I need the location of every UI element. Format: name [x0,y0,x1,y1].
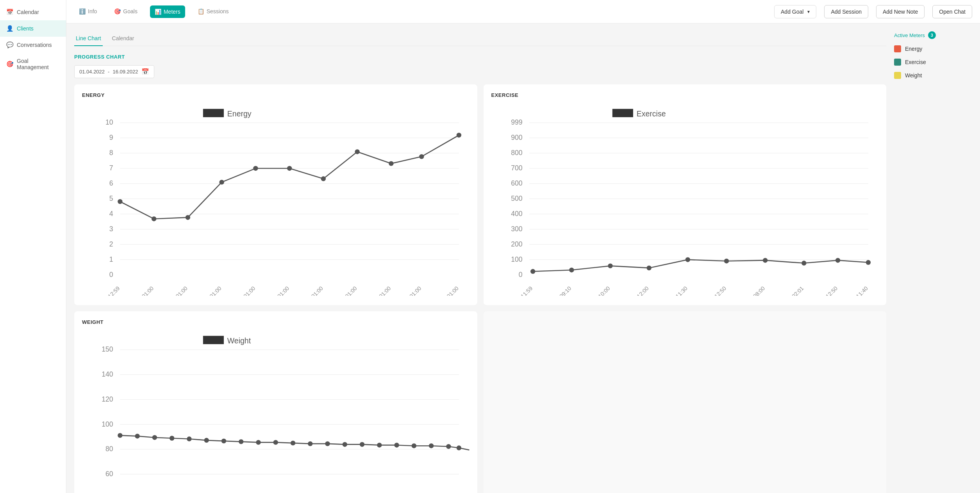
svg-text:400: 400 [511,210,523,218]
svg-text:10.05.2022 01:00: 10.05.2022 01:00 [154,285,189,296]
tab-info-label: Info [88,8,97,14]
weight-point [446,444,451,449]
weight-point [152,435,157,440]
weight-color-swatch [894,72,901,79]
tab-sessions-label: Sessions [207,8,229,14]
date-from: 01.04.2022 [79,69,105,75]
tab-goals-label: Goals [123,8,137,14]
weight-point [239,439,243,444]
exercise-chart-title: EXERCISE [491,92,879,98]
svg-text:999: 999 [511,118,523,126]
svg-text:07.05.2022 01:00: 07.05.2022 01:00 [120,285,155,296]
charts-grid: ENERGY Energy [74,84,886,493]
tab-sessions[interactable]: 📋 Sessions [193,0,234,23]
exercise-point [569,268,574,272]
exercise-point [685,257,690,262]
exercise-point [762,258,767,263]
weight-point [429,443,434,448]
svg-text:17.05.2022 12:50: 17.05.2022 12:50 [692,285,727,296]
weight-point [412,443,416,448]
sidebar-item-calendar[interactable]: 📅 Calendar [0,4,66,20]
weight-point [204,438,209,443]
svg-text:500: 500 [511,195,523,202]
add-new-note-button[interactable]: Add New Note [876,5,925,18]
energy-point [253,166,258,171]
tab-meters[interactable]: 📊 Meters [150,5,185,18]
sidebar-item-conversations[interactable]: 💬 Conversations [0,37,66,53]
clients-icon: 👤 [6,25,14,32]
energy-line [120,135,459,219]
svg-text:20.05.2022 08:00: 20.05.2022 08:00 [731,285,766,296]
open-chat-label: Open Chat [939,9,966,15]
svg-text:800: 800 [511,149,523,157]
weight-legend-box [203,336,224,344]
weight-point [291,441,295,445]
weight-chart-title: WEIGHT [82,319,469,325]
tab-goals[interactable]: 🎯 Goals [109,0,142,23]
exercise-legend-box [612,109,633,117]
add-session-label: Add Session [831,9,862,15]
energy-point [457,133,461,138]
exercise-point [608,263,612,268]
calendar-icon: 📅 [6,9,14,16]
empty-chart-card [484,311,887,493]
weight-point [457,445,461,450]
add-goal-button[interactable]: Add Goal [774,5,816,18]
meter-label-weight: Weight [905,72,922,79]
meter-item-energy: Energy [894,45,972,52]
svg-text:900: 900 [511,134,523,141]
svg-text:18.05.2022 01:00: 18.05.2022 01:00 [221,285,256,296]
weight-point [170,436,174,440]
svg-text:6: 6 [109,179,113,187]
tab-info[interactable]: ℹ️ Info [74,0,102,23]
weight-point [118,433,122,438]
svg-text:28.05.2022 01:00: 28.05.2022 01:00 [357,285,392,296]
weight-point [343,442,347,447]
sessions-icon: 📋 [198,8,204,14]
exercise-chart-container: Exercise [491,102,879,297]
svg-text:0: 0 [518,271,522,279]
weight-point [256,440,261,445]
meter-label-exercise: Exercise [905,59,926,65]
sub-tabs: Line Chart Calendar [74,31,886,46]
exercise-point [866,260,870,265]
sidebar-item-label: Calendar [17,9,39,15]
date-range-picker[interactable]: 01.04.2022 - 16.09.2022 📅 [74,65,154,78]
weight-point [221,438,226,443]
svg-text:150: 150 [102,345,113,353]
exercise-point [724,259,728,263]
sidebar-item-label: Clients [17,25,34,32]
sidebar-item-label: Conversations [17,42,52,48]
meter-label-energy: Energy [905,46,922,52]
active-meters-panel: Active Meters 3 Energy Exercise Weight [894,31,972,485]
weight-point [273,440,278,445]
exercise-color-swatch [894,59,901,66]
date-to: 16.09.2022 [112,69,138,75]
energy-chart-card: ENERGY Energy [74,84,477,305]
sidebar-item-goal-management[interactable]: 🎯 Goal Management [0,53,66,75]
top-navigation: ℹ️ Info 🎯 Goals 📊 Meters 📋 Sessions Add … [66,0,980,23]
svg-text:20.05.2022 01:00: 20.05.2022 01:00 [255,285,290,296]
weight-point [308,441,312,446]
info-icon: ℹ️ [79,8,86,14]
sidebar-item-clients[interactable]: 👤 Clients [0,20,66,37]
svg-text:140: 140 [102,370,113,378]
add-session-button[interactable]: Add Session [824,5,868,18]
svg-text:10: 10 [105,118,113,126]
meter-item-weight: Weight [894,72,972,79]
svg-text:600: 600 [511,179,523,187]
energy-legend-box [203,109,224,117]
svg-text:9: 9 [109,134,113,141]
sub-tab-line-chart[interactable]: Line Chart [74,31,103,46]
sub-tab-calendar[interactable]: Calendar [111,31,136,46]
energy-chart-container: Energy [82,102,469,297]
open-chat-button[interactable]: Open Chat [932,5,972,18]
svg-text:23.05.2022 01:00: 23.05.2022 01:00 [289,285,324,296]
svg-text:7: 7 [109,164,113,172]
exercise-point [530,269,535,274]
main-panel: Line Chart Calendar PROGRESS CHART 01.04… [74,31,886,485]
svg-text:05.05.2022 12:59: 05.05.2022 12:59 [86,285,121,296]
sidebar: 📅 Calendar 👤 Clients 💬 Conversations 🎯 G… [0,0,66,493]
svg-text:120: 120 [102,395,113,403]
conversations-icon: 💬 [6,41,14,48]
